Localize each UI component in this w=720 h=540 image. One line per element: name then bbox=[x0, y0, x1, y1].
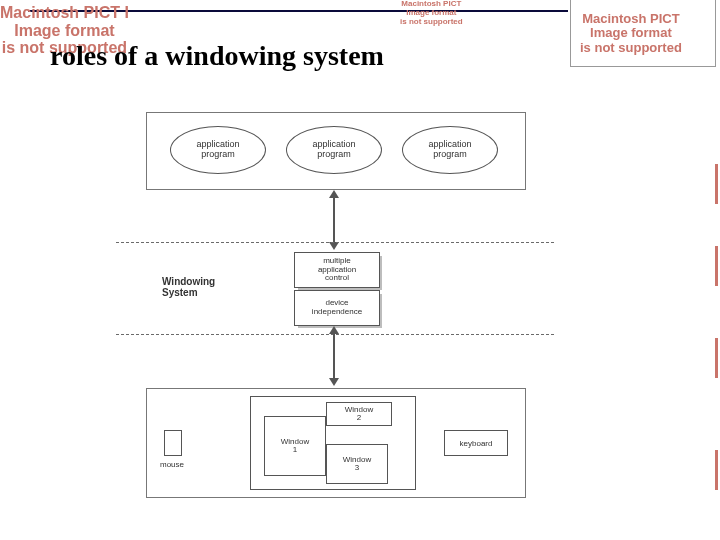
sidebar-ornament-4 bbox=[715, 450, 718, 490]
sidebar-ornament-2 bbox=[715, 246, 718, 286]
app-label-3: applicationprogram bbox=[428, 140, 471, 160]
application-program-2: applicationprogram bbox=[286, 126, 382, 174]
window-2-label: Window2 bbox=[345, 406, 373, 422]
app-label-1: applicationprogram bbox=[196, 140, 239, 160]
sidebar-ornament-3 bbox=[715, 338, 718, 378]
middle-box-multiple-app-control: multipleapplicationcontrol bbox=[294, 252, 380, 288]
arrow-bottom-head-down bbox=[329, 378, 339, 386]
windowing-system-label: WindowingSystem bbox=[162, 276, 215, 298]
arrow-bottom bbox=[333, 328, 335, 384]
window-1-label: Window1 bbox=[281, 438, 309, 454]
pict-error-top-center: Macintosh PICTImage formatis not support… bbox=[400, 0, 463, 26]
keyboard-label: keyboard bbox=[460, 439, 493, 448]
application-program-1: applicationprogram bbox=[170, 126, 266, 174]
middle-box-1-label: multipleapplicationcontrol bbox=[318, 257, 356, 283]
keyboard-box: keyboard bbox=[444, 430, 508, 456]
page-title: roles of a windowing system bbox=[50, 40, 384, 72]
app-label-2: applicationprogram bbox=[312, 140, 355, 160]
middle-box-2-label: deviceindependence bbox=[312, 299, 362, 317]
pict-error-top-right: Macintosh PICTImage formatis not support… bbox=[580, 12, 682, 55]
arrow-top-head-up bbox=[329, 190, 339, 198]
mouse-label: mouse bbox=[160, 460, 184, 469]
separator-bottom bbox=[116, 334, 554, 335]
window-1: Window1 bbox=[264, 416, 326, 476]
diagram-container: applicationprogram applicationprogram ap… bbox=[116, 112, 554, 512]
window-3: Window3 bbox=[326, 444, 388, 484]
arrow-top bbox=[333, 192, 335, 248]
arrow-top-head-down bbox=[329, 242, 339, 250]
window-2: Window2 bbox=[326, 402, 392, 426]
arrow-bottom-head-up bbox=[329, 326, 339, 334]
application-program-3: applicationprogram bbox=[402, 126, 498, 174]
mouse-icon bbox=[164, 430, 182, 456]
window-3-label: Window3 bbox=[343, 456, 371, 472]
separator-top bbox=[116, 242, 554, 243]
sidebar-ornament-1 bbox=[715, 164, 718, 204]
middle-box-device-independence: deviceindependence bbox=[294, 290, 380, 326]
